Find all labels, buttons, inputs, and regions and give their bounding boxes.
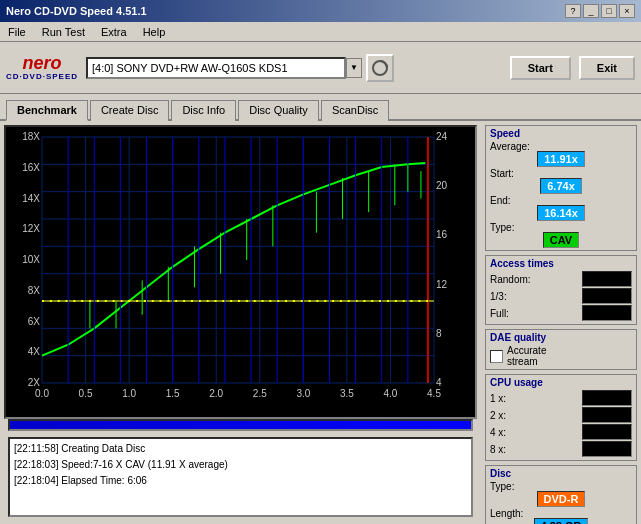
access-onethird-value	[582, 288, 632, 304]
access-full-label: Full:	[490, 308, 509, 319]
drive-label: [4:0] SONY DVD+RW AW-Q160S KDS1	[92, 62, 288, 74]
dae-title: DAE quality	[490, 332, 632, 343]
tab-benchmark[interactable]: Benchmark	[6, 100, 88, 121]
drive-select-area: [4:0] SONY DVD+RW AW-Q160S KDS1 ▼	[86, 54, 502, 82]
speed-type-label: Type:	[490, 222, 514, 233]
menu-bar: File Run Test Extra Help	[0, 22, 641, 42]
dae-section: DAE quality Accuratestream	[485, 329, 637, 370]
right-panel: Speed Average: 11.91x Start: 6.74x End: …	[481, 121, 641, 524]
menu-help[interactable]: Help	[139, 25, 170, 39]
cpu-1x-value	[582, 390, 632, 406]
logo-area: nero CD·DVD·SPEED	[6, 54, 78, 81]
disc-title: Disc	[490, 468, 632, 479]
tab-discinfo[interactable]: Disc Info	[171, 100, 236, 121]
cpu-4x-value	[582, 424, 632, 440]
dae-checkbox[interactable]	[490, 350, 503, 363]
drive-dropdown-arrow[interactable]: ▼	[346, 58, 362, 78]
disc-length-value: 4.38 GB	[534, 518, 589, 524]
access-title: Access times	[490, 258, 632, 269]
exit-button[interactable]: Exit	[579, 56, 635, 80]
access-onethird-row: 1/3:	[490, 288, 632, 304]
speed-section: Speed Average: 11.91x Start: 6.74x End: …	[485, 125, 637, 251]
speed-title: Speed	[490, 128, 632, 139]
log-line-3: [22:18:04] Elapsed Time: 6:06	[14, 473, 467, 489]
cpu-2x-row: 2 x:	[490, 407, 632, 423]
close-button[interactable]: ×	[619, 4, 635, 18]
cpu-8x-row: 8 x:	[490, 441, 632, 457]
speed-start-label: Start:	[490, 168, 514, 179]
cpu-section: CPU usage 1 x: 2 x: 4 x: 8 x:	[485, 374, 637, 461]
dae-accurate-label: Accuratestream	[507, 345, 546, 367]
tab-discquality[interactable]: Disc Quality	[238, 100, 319, 121]
title-bar: Nero CD-DVD Speed 4.51.1 ? _ □ ×	[0, 0, 641, 22]
speed-start-value: 6.74x	[540, 178, 582, 194]
cpu-8x-value	[582, 441, 632, 457]
refresh-icon	[371, 59, 389, 77]
tab-scandisc[interactable]: ScanDisc	[321, 100, 389, 121]
disc-length-label: Length:	[490, 508, 523, 519]
access-full-row: Full:	[490, 305, 632, 321]
cpu-1x-row: 1 x:	[490, 390, 632, 406]
chart-container	[4, 125, 477, 419]
access-section: Access times Random: 1/3: Full:	[485, 255, 637, 325]
dae-checkbox-area: Accuratestream	[490, 345, 632, 367]
progress-bar	[8, 419, 473, 431]
access-full-value	[582, 305, 632, 321]
cpu-4x-row: 4 x:	[490, 424, 632, 440]
main-content: [22:11:58] Creating Data Disc [22:18:03]…	[0, 121, 641, 524]
cpu-1x-label: 1 x:	[490, 393, 506, 404]
logo-subtitle: CD·DVD·SPEED	[6, 72, 78, 81]
disc-type-label: Type:	[490, 481, 514, 492]
access-onethird-label: 1/3:	[490, 291, 507, 302]
cpu-2x-value	[582, 407, 632, 423]
cpu-2x-label: 2 x:	[490, 410, 506, 421]
drive-dropdown[interactable]: [4:0] SONY DVD+RW AW-Q160S KDS1	[86, 57, 346, 79]
minimize-button[interactable]: _	[583, 4, 599, 18]
menu-runtest[interactable]: Run Test	[38, 25, 89, 39]
log-line-2: [22:18:03] Speed:7-16 X CAV (11.91 X ave…	[14, 457, 467, 473]
start-button[interactable]: Start	[510, 56, 571, 80]
cpu-4x-label: 4 x:	[490, 427, 506, 438]
log-area: [22:11:58] Creating Data Disc [22:18:03]…	[8, 437, 473, 517]
disc-type-value: DVD-R	[537, 491, 586, 507]
access-random-label: Random:	[490, 274, 531, 285]
help-button[interactable]: ?	[565, 4, 581, 18]
progress-fill	[10, 421, 471, 429]
speed-average-label: Average:	[490, 141, 530, 152]
speed-end-label: End:	[490, 195, 511, 206]
graph-area: [22:11:58] Creating Data Disc [22:18:03]…	[0, 121, 481, 524]
toolbar: nero CD·DVD·SPEED [4:0] SONY DVD+RW AW-Q…	[0, 42, 641, 94]
nero-logo: nero	[23, 54, 62, 72]
log-line-1: [22:11:58] Creating Data Disc	[14, 441, 467, 457]
menu-extra[interactable]: Extra	[97, 25, 131, 39]
speed-end-value: 16.14x	[537, 205, 585, 221]
app-title: Nero CD-DVD Speed 4.51.1	[6, 5, 147, 17]
access-random-row: Random:	[490, 271, 632, 287]
maximize-button[interactable]: □	[601, 4, 617, 18]
disc-section: Disc Type: DVD-R Length: 4.38 GB	[485, 465, 637, 524]
menu-file[interactable]: File	[4, 25, 30, 39]
refresh-button[interactable]	[366, 54, 394, 82]
cpu-title: CPU usage	[490, 377, 632, 388]
access-random-value	[582, 271, 632, 287]
cpu-8x-label: 8 x:	[490, 444, 506, 455]
title-bar-buttons: ? _ □ ×	[565, 4, 635, 18]
tab-bar: Benchmark Create Disc Disc Info Disc Qua…	[0, 94, 641, 121]
speed-type-value: CAV	[543, 232, 579, 248]
tab-createdisc[interactable]: Create Disc	[90, 100, 169, 121]
speed-average-value: 11.91x	[537, 151, 585, 167]
